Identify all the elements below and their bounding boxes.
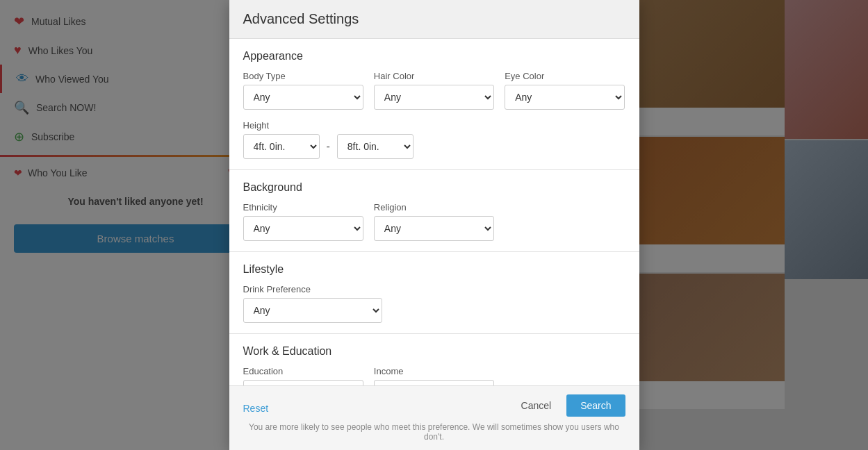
- eye-color-label: Eye Color: [505, 71, 625, 81]
- height-row: 4ft. 0in. 4ft. 6in. 5ft. 0in. 5ft. 6in. …: [243, 134, 625, 159]
- footer-buttons-row: Reset Cancel Search: [243, 394, 625, 422]
- background-section-title: Background: [243, 170, 625, 202]
- height-max-select[interactable]: 8ft. 0in. 7ft. 0in. 6ft. 6in. 6ft. 0in.: [337, 134, 413, 159]
- eye-color-group: Eye Color Any Brown Blue Green Hazel: [505, 71, 625, 110]
- footer-action-buttons: Cancel Search: [513, 394, 625, 417]
- religion-spacer: [505, 202, 625, 241]
- body-type-select[interactable]: Any Slim Athletic Average Curvy: [243, 85, 363, 110]
- body-type-label: Body Type: [243, 71, 363, 81]
- income-group: Income Any Under $25k $25k-$50k $50k-$75…: [374, 366, 494, 385]
- drink-preference-group: Drink Preference Any Non-drinker Social …: [243, 284, 382, 323]
- ethnicity-select[interactable]: Any Asian Black/African Hispanic White/E…: [243, 216, 363, 241]
- footer-note: You are more likely to see people who me…: [243, 422, 625, 442]
- height-group: Height 4ft. 0in. 4ft. 6in. 5ft. 0in. 5ft…: [243, 120, 625, 159]
- work-education-fields-row: Education Any High School Some College B…: [243, 366, 625, 385]
- modal-overlay: Advanced Settings Appearance Body Type A…: [0, 0, 868, 450]
- religion-group: Religion Any Christian Muslim Jewish Bud…: [374, 202, 494, 241]
- hair-color-group: Hair Color Any Black Brown Blonde Red: [374, 71, 494, 110]
- income-label: Income: [374, 366, 494, 376]
- education-select[interactable]: Any High School Some College Bachelor's …: [243, 380, 363, 385]
- ethnicity-group: Ethnicity Any Asian Black/African Hispan…: [243, 202, 363, 241]
- search-button[interactable]: Search: [566, 394, 625, 417]
- eye-color-select[interactable]: Any Brown Blue Green Hazel: [505, 85, 625, 110]
- ethnicity-label: Ethnicity: [243, 202, 363, 212]
- work-education-section-title: Work & Education: [243, 334, 625, 366]
- appearance-section-title: Appearance: [243, 39, 625, 71]
- height-label: Height: [243, 120, 625, 131]
- income-select[interactable]: Any Under $25k $25k-$50k $50k-$75k Over …: [374, 380, 494, 385]
- education-group: Education Any High School Some College B…: [243, 366, 363, 385]
- height-dash: -: [327, 140, 330, 153]
- cancel-button[interactable]: Cancel: [513, 394, 560, 417]
- body-type-group: Body Type Any Slim Athletic Average Curv…: [243, 71, 363, 110]
- lifestyle-section-title: Lifestyle: [243, 252, 625, 284]
- education-label: Education: [243, 366, 363, 376]
- modal-header: Advanced Settings: [229, 0, 639, 39]
- lifestyle-fields-row: Drink Preference Any Non-drinker Social …: [243, 284, 625, 323]
- religion-select[interactable]: Any Christian Muslim Jewish Buddhist: [374, 216, 494, 241]
- modal-title: Advanced Settings: [243, 11, 625, 27]
- appearance-fields-row: Body Type Any Slim Athletic Average Curv…: [243, 71, 625, 110]
- religion-label: Religion: [374, 202, 494, 212]
- height-min-select[interactable]: 4ft. 0in. 4ft. 6in. 5ft. 0in. 5ft. 6in. …: [243, 134, 320, 159]
- advanced-settings-modal: Advanced Settings Appearance Body Type A…: [229, 0, 639, 450]
- reset-link[interactable]: Reset: [243, 403, 269, 414]
- hair-color-label: Hair Color: [374, 71, 494, 81]
- income-spacer: [505, 366, 625, 385]
- drink-preference-label: Drink Preference: [243, 284, 382, 294]
- modal-footer: Reset Cancel Search You are more likely …: [229, 385, 639, 450]
- drink-preference-select[interactable]: Any Non-drinker Social drinker Regular d…: [243, 298, 382, 323]
- modal-body: Appearance Body Type Any Slim Athletic A…: [229, 39, 639, 385]
- background-fields-row: Ethnicity Any Asian Black/African Hispan…: [243, 202, 625, 241]
- hair-color-select[interactable]: Any Black Brown Blonde Red: [374, 85, 494, 110]
